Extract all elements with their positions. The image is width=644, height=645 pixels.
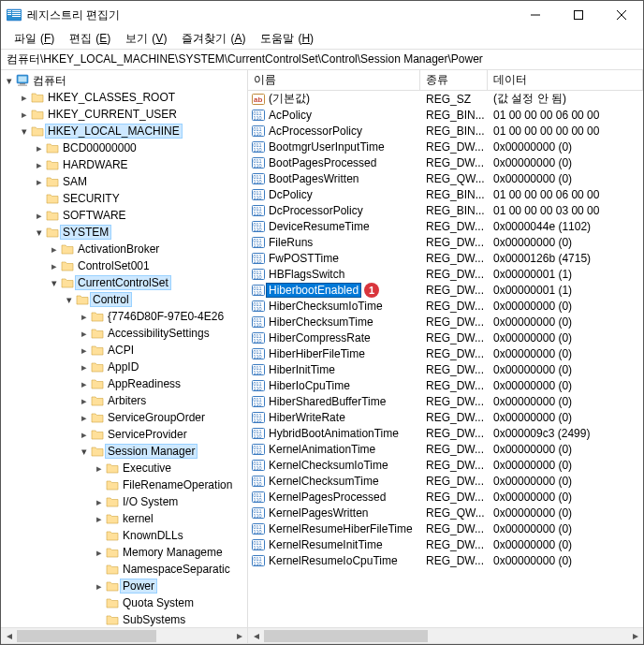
value-row[interactable]: KernelResumeInitTimeREG_DW...0x00000000 … [248,536,643,552]
menu-edit[interactable]: 편집(E) [62,29,114,49]
chevron-down-icon[interactable] [48,277,61,289]
tree-item[interactable]: Control [1,291,247,308]
chevron-down-icon[interactable] [33,227,46,239]
chevron-right-icon[interactable] [33,210,46,222]
tree-hscrollbar[interactable]: ◂ ▸ [1,627,247,643]
list-hscrollbar[interactable]: ◂ ▸ [248,627,643,643]
value-row[interactable]: DcPolicyREG_BIN...01 00 00 00 06 00 00 [248,186,643,202]
value-row[interactable]: HiberWriteRateREG_DW...0x00000000 (0) [248,409,643,425]
tree-item[interactable]: ServiceProvider [1,426,247,443]
chevron-right-icon[interactable] [78,328,91,340]
minimize-button[interactable] [514,1,557,29]
tree-item[interactable]: kernel [1,510,247,527]
tree-item[interactable]: AppReadiness [1,375,247,392]
tree-item[interactable]: I/O System [1,493,247,510]
tree-item[interactable]: Memory Manageme [1,544,247,561]
value-row[interactable]: HBFlagsSwitchREG_DW...0x00000001 (1) [248,266,643,282]
tree-item[interactable]: AccessibilitySettings [1,325,247,342]
titlebar[interactable]: 레지스트리 편집기 [1,1,643,29]
value-row[interactable]: KernelResumeHiberFileTimeREG_DW...0x0000… [248,520,643,536]
tree-item[interactable]: Power [1,578,247,594]
chevron-right-icon[interactable] [33,142,46,154]
tree-item[interactable]: Arbiters [1,392,247,409]
value-row[interactable]: HybridBootAnimationTimeREG_DW...0x000009… [248,425,643,441]
maximize-button[interactable] [557,1,600,29]
chevron-right-icon[interactable] [78,412,91,424]
value-row[interactable]: HiberCompressRateREG_DW...0x00000000 (0) [248,330,643,345]
scroll-right-icon[interactable]: ▸ [627,628,643,644]
chevron-down-icon[interactable] [63,294,76,306]
tree-item[interactable]: {7746D80F-97E0-4E26 [1,308,247,325]
tree-item[interactable]: Executive [1,460,247,476]
value-row[interactable]: BootPagesWrittenREG_QW...0x00000000 (0) [248,170,643,186]
tree-item[interactable]: ServiceGroupOrder [1,409,247,426]
value-row[interactable]: HiberChecksumTimeREG_DW...0x00000000 (0) [248,314,643,330]
tree-item[interactable]: ActivationBroker [1,241,247,257]
value-row[interactable]: (기본값)REG_SZ(값 설정 안 됨) [248,91,643,107]
tree-item[interactable]: NamespaceSeparatic [1,561,247,578]
value-row[interactable]: KernelChecksumIoTimeREG_DW...0x00000000 … [248,457,643,473]
scroll-left-icon[interactable]: ◂ [248,628,264,644]
chevron-right-icon[interactable] [93,496,106,508]
chevron-right-icon[interactable] [78,429,91,441]
tree-item[interactable]: 컴퓨터 [1,72,247,89]
value-row[interactable]: KernelPagesProcessedREG_DW...0x00000000 … [248,489,643,505]
value-row[interactable]: HiberSharedBufferTimeREG_DW...0x00000000… [248,393,643,409]
tree-item[interactable]: BCD00000000 [1,139,247,156]
tree-item[interactable]: CurrentControlSet [1,274,247,291]
menu-view[interactable]: 보기(V) [118,29,170,49]
column-data[interactable]: 데이터 [488,70,643,90]
chevron-right-icon[interactable] [78,395,91,407]
tree-item[interactable]: ACPI [1,342,247,359]
value-row[interactable]: DcProcessorPolicyREG_BIN...01 00 00 00 0… [248,202,643,218]
value-row[interactable]: AcProcessorPolicyREG_BIN...01 00 00 00 0… [248,123,643,139]
chevron-right-icon[interactable] [78,378,91,390]
value-row[interactable]: HiberChecksumIoTimeREG_DW...0x00000000 (… [248,298,643,314]
chevron-down-icon[interactable] [18,125,31,138]
list-body[interactable]: (기본값)REG_SZ(값 설정 안 됨)AcPolicyREG_BIN...0… [248,91,643,627]
tree-item[interactable]: ControlSet001 [1,257,247,274]
chevron-right-icon[interactable] [78,311,91,323]
chevron-right-icon[interactable] [18,92,31,104]
close-button[interactable] [600,1,643,29]
value-row[interactable]: KernelPagesWrittenREG_QW...0x00000000 (0… [248,505,643,520]
chevron-right-icon[interactable] [93,580,106,593]
tree-item[interactable]: AppID [1,359,247,375]
value-row[interactable]: KernelResumeIoCpuTimeREG_DW...0x00000000… [248,552,643,568]
menu-help[interactable]: 도움말(H) [253,29,317,49]
value-row[interactable]: KernelAnimationTimeREG_DW...0x00000000 (… [248,441,643,457]
tree-item[interactable]: FileRenameOperation [1,476,247,493]
menu-favorites[interactable]: 즐겨찾기(A) [174,29,249,49]
column-type[interactable]: 종류 [420,70,488,90]
chevron-right-icon[interactable] [78,361,91,374]
tree-item[interactable]: HKEY_LOCAL_MACHINE [1,123,247,139]
chevron-right-icon[interactable] [93,547,106,559]
chevron-down-icon[interactable] [3,75,16,87]
chevron-right-icon[interactable] [48,260,61,272]
chevron-right-icon[interactable] [93,513,106,525]
menu-file[interactable]: 파일(F) [7,29,58,49]
value-row[interactable]: KernelChecksumTimeREG_DW...0x00000000 (0… [248,473,643,489]
chevron-right-icon[interactable] [78,344,91,357]
address-bar[interactable]: 컴퓨터\HKEY_LOCAL_MACHINE\SYSTEM\CurrentCon… [1,50,643,70]
chevron-right-icon[interactable] [33,159,46,171]
value-row[interactable]: FwPOSTTimeREG_DW...0x0000126b (4715) [248,250,643,266]
tree-item[interactable]: SYSTEM [1,224,247,241]
chevron-right-icon[interactable] [33,176,46,188]
tree-item[interactable]: HKEY_CLASSES_ROOT [1,89,247,106]
tree-item[interactable]: SubSystems [1,611,247,628]
tree-pane[interactable]: 컴퓨터HKEY_CLASSES_ROOTHKEY_CURRENT_USERHKE… [1,70,248,643]
scroll-left-icon[interactable]: ◂ [1,628,17,644]
value-row[interactable]: BootPagesProcessedREG_DW...0x00000000 (0… [248,154,643,170]
chevron-down-icon[interactable] [78,446,91,458]
tree-item[interactable]: KnownDLLs [1,527,247,544]
chevron-right-icon[interactable] [93,462,106,475]
value-row[interactable]: BootmgrUserInputTimeREG_DW...0x00000000 … [248,139,643,154]
scroll-right-icon[interactable]: ▸ [231,628,247,644]
tree-item[interactable]: Quota System [1,594,247,611]
value-row[interactable]: HiberHiberFileTimeREG_DW...0x00000000 (0… [248,345,643,361]
tree-item[interactable]: Session Manager [1,443,247,460]
chevron-right-icon[interactable] [48,243,61,256]
tree-item[interactable]: HARDWARE [1,156,247,173]
tree-item[interactable]: SECURITY [1,190,247,207]
